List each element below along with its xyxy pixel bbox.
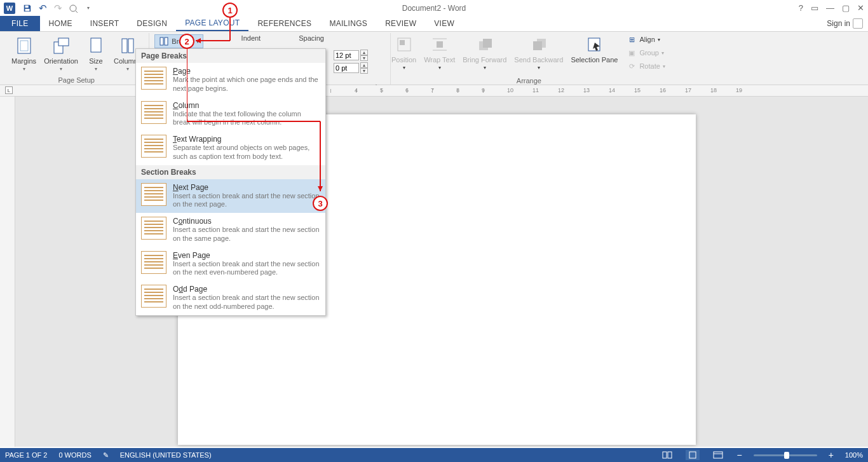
status-page[interactable]: PAGE 1 OF 2 bbox=[5, 451, 47, 459]
window-controls: ? ▭ — ▢ ✕ bbox=[799, 3, 864, 13]
proofing-icon[interactable]: ✎ bbox=[103, 451, 109, 459]
minimize-icon[interactable]: — bbox=[826, 3, 834, 13]
ribbon-tabs: FILE HOME INSERT DESIGN PAGE LAYOUT REFE… bbox=[0, 16, 868, 32]
svg-rect-32 bbox=[668, 452, 672, 458]
menu-item-continuous[interactable]: ContinuousInsert a section break and sta… bbox=[136, 213, 325, 247]
tab-mailings[interactable]: MAILINGS bbox=[320, 16, 376, 31]
tab-references[interactable]: REFERENCES bbox=[248, 16, 320, 31]
zoom-thumb[interactable] bbox=[784, 452, 789, 459]
text-wrapping-icon bbox=[141, 135, 166, 158]
svg-rect-19 bbox=[483, 39, 492, 48]
tab-file[interactable]: FILE bbox=[0, 16, 40, 31]
ribbon-group-page-setup: Margins▾ Orientation▾ Size▾ Columns▾ Pag… bbox=[4, 33, 149, 85]
spacing-after-field[interactable] bbox=[334, 63, 359, 73]
orientation-button[interactable]: Orientation▾ bbox=[41, 34, 81, 73]
group-label-page-setup: Page Setup bbox=[9, 75, 144, 85]
odd-page-icon bbox=[141, 285, 166, 308]
svg-rect-14 bbox=[400, 40, 405, 45]
svg-rect-15 bbox=[437, 41, 443, 48]
spin-up-icon[interactable]: ▲ bbox=[360, 50, 368, 55]
zoom-level[interactable]: 100% bbox=[845, 451, 863, 459]
svg-rect-33 bbox=[689, 452, 696, 458]
bring-forward-button: Bring Forward▾ bbox=[460, 33, 509, 72]
position-icon bbox=[394, 34, 414, 55]
svg-rect-11 bbox=[160, 37, 163, 45]
orientation-icon bbox=[51, 36, 71, 56]
horizontal-ruler[interactable]: L bbox=[0, 85, 868, 97]
svg-marker-26 bbox=[196, 38, 201, 43]
indent-label: Indent bbox=[241, 34, 261, 48]
bring-forward-icon bbox=[475, 34, 495, 55]
sign-in-label: Sign in bbox=[827, 19, 850, 28]
column-break-icon bbox=[141, 101, 166, 124]
tab-home[interactable]: HOME bbox=[40, 16, 81, 31]
spacing-label: Spacing bbox=[299, 34, 324, 48]
menu-item-even-page[interactable]: Even PageInsert a section break and star… bbox=[136, 247, 325, 282]
size-button[interactable]: Size▾ bbox=[83, 34, 109, 73]
web-layout-icon[interactable] bbox=[711, 450, 725, 460]
svg-line-3 bbox=[76, 11, 78, 13]
align-icon: ⊞ bbox=[627, 34, 637, 44]
svg-rect-22 bbox=[588, 38, 600, 51]
tab-selector-icon[interactable]: L bbox=[5, 86, 13, 94]
spacing-before-input[interactable]: ▲▼ bbox=[334, 50, 368, 61]
wrap-text-button: Wrap Text▾ bbox=[421, 33, 458, 72]
touch-mode-icon[interactable] bbox=[66, 1, 80, 15]
qat-dropdown-icon[interactable]: ▾ bbox=[81, 1, 95, 15]
annotation-arrow-1 bbox=[191, 18, 235, 43]
ribbon-options-icon[interactable]: ▭ bbox=[811, 3, 818, 13]
selection-pane-button[interactable]: Selection Pane bbox=[568, 33, 620, 65]
sign-in-link[interactable]: Sign in bbox=[822, 16, 868, 31]
spacing-before-field[interactable] bbox=[334, 50, 359, 60]
svg-point-2 bbox=[70, 5, 76, 11]
read-mode-icon[interactable] bbox=[660, 450, 674, 460]
margins-button[interactable]: Margins▾ bbox=[9, 34, 39, 73]
group-button: ▣Group▾ bbox=[623, 46, 668, 59]
window-title: Document2 - Word bbox=[402, 4, 466, 13]
word-logo-icon: W bbox=[4, 3, 15, 14]
quick-access-toolbar: W ↶ ↷ ▾ bbox=[0, 1, 95, 15]
send-backward-button: Send Backward▾ bbox=[512, 33, 566, 72]
help-icon[interactable]: ? bbox=[799, 3, 803, 13]
next-page-icon bbox=[141, 183, 166, 206]
maximize-icon[interactable]: ▢ bbox=[842, 3, 850, 13]
spacing-after-input[interactable]: ▲▼ bbox=[334, 62, 368, 74]
close-icon[interactable]: ✕ bbox=[857, 3, 864, 13]
align-button[interactable]: ⊞Align▾ bbox=[623, 33, 668, 46]
tab-design[interactable]: DESIGN bbox=[128, 16, 176, 31]
ribbon-group-arrange: Position▾ Wrap Text▾ Bring Forward▾ Send… bbox=[384, 32, 674, 85]
spin-down-icon[interactable]: ▼ bbox=[360, 55, 368, 61]
tab-view[interactable]: VIEW bbox=[425, 16, 463, 31]
tab-review[interactable]: REVIEW bbox=[376, 16, 425, 31]
page-break-icon bbox=[141, 67, 166, 90]
svg-rect-1 bbox=[25, 8, 30, 11]
svg-marker-30 bbox=[318, 186, 323, 191]
menu-item-odd-page[interactable]: Odd PageInsert a section break and start… bbox=[136, 281, 325, 315]
margins-icon bbox=[14, 36, 34, 56]
tab-insert[interactable]: INSERT bbox=[81, 16, 128, 31]
rotate-button: ⟳Rotate▾ bbox=[623, 60, 668, 72]
status-bar: PAGE 1 OF 2 0 WORDS ✎ ENGLISH (UNITED ST… bbox=[0, 448, 868, 462]
svg-rect-21 bbox=[533, 41, 542, 50]
redo-icon[interactable]: ↷ bbox=[51, 1, 65, 15]
status-words[interactable]: 0 WORDS bbox=[58, 451, 91, 459]
svg-rect-31 bbox=[663, 452, 667, 458]
zoom-slider[interactable] bbox=[754, 454, 817, 456]
zoom-out-icon[interactable]: − bbox=[736, 450, 742, 460]
spin-down-icon[interactable]: ▼ bbox=[360, 68, 368, 74]
spin-up-icon[interactable]: ▲ bbox=[360, 62, 368, 68]
selection-pane-icon bbox=[584, 34, 604, 55]
print-layout-icon[interactable] bbox=[686, 450, 700, 460]
annotation-arrow-2 bbox=[187, 48, 327, 207]
even-page-icon bbox=[141, 251, 166, 274]
zoom-in-icon[interactable]: + bbox=[829, 450, 834, 460]
save-icon[interactable] bbox=[20, 1, 34, 15]
status-language[interactable]: ENGLISH (UNITED STATES) bbox=[120, 451, 212, 459]
vertical-ruler[interactable] bbox=[0, 97, 15, 447]
undo-icon[interactable]: ↶ bbox=[36, 1, 50, 15]
continuous-icon bbox=[141, 217, 166, 240]
send-backward-icon bbox=[529, 34, 549, 55]
wrap-text-icon bbox=[430, 34, 450, 55]
breaks-icon bbox=[159, 36, 169, 46]
svg-rect-12 bbox=[165, 37, 168, 45]
